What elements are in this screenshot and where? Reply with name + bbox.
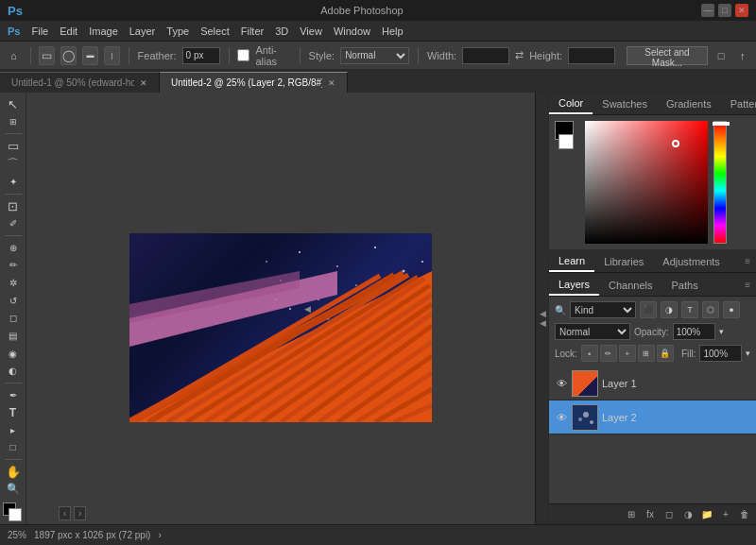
search-layer-icon[interactable]: 🔍 [555,305,566,315]
lock-all-btn[interactable]: 🔒 [657,345,674,362]
single-col-icon[interactable]: | [104,46,120,65]
opacity-value[interactable]: 100% [673,323,715,340]
hand-tool[interactable]: ✋ [3,464,24,480]
panel-collapse-strip[interactable]: ◀◀ [535,93,548,524]
path-select-tool[interactable]: ▸ [3,422,24,438]
fill-arrow-icon[interactable]: ▾ [746,349,750,358]
tab-swatches[interactable]: Swatches [593,93,657,114]
tab-untitled2[interactable]: Untitled-2 @ 25% (Layer 2, RGB/8#) * ✕ [160,72,348,93]
crop-tool[interactable]: ⊡ [3,198,24,214]
status-arrow[interactable]: › [158,530,161,540]
opacity-arrow-icon[interactable]: ▾ [719,327,724,336]
style-select[interactable]: Normal Fixed Ratio Fixed Size [340,47,409,64]
panel-collapse-icon[interactable]: ◀ [302,304,312,314]
canvas-area[interactable]: ◀ [26,93,535,524]
menu-type[interactable]: Type [166,26,189,37]
minimize-button[interactable]: — [701,4,714,17]
menu-window[interactable]: Window [334,26,370,37]
lock-paint-btn[interactable]: ✏ [600,345,617,362]
spot-heal-tool[interactable]: ⊕ [3,240,24,256]
marquee-tool[interactable]: ▭ [3,138,24,154]
tab2-close[interactable]: ✕ [328,78,335,88]
filter-smart-icon[interactable]: ● [723,301,740,318]
menu-select[interactable]: Select [200,26,230,37]
lock-move-btn[interactable]: ⊞ [638,345,655,362]
rect-marquee-icon[interactable]: ▭ [39,46,55,65]
height-input[interactable] [568,47,615,64]
nav-right-arrow[interactable]: › [74,506,86,520]
layer-group-icon[interactable]: 📁 [699,507,714,522]
feather-input[interactable] [182,47,220,64]
hue-strip[interactable] [713,121,727,244]
menu-3d[interactable]: 3D [275,26,288,37]
filter-type-icon[interactable]: T [681,301,698,318]
menu-image[interactable]: Image [89,26,118,37]
lasso-tool[interactable]: ⌒ [3,156,24,173]
filter-shape-icon[interactable]: ⬡ [702,301,719,318]
tab-adjustments[interactable]: Adjustments [653,250,730,272]
close-button[interactable]: ✕ [735,4,748,17]
gradient-tool[interactable]: ▤ [3,328,24,344]
color-gradient-picker[interactable] [585,121,708,244]
menu-view[interactable]: View [300,26,322,37]
fill-value[interactable]: 100% [699,345,742,362]
menu-ps[interactable]: Ps [8,26,20,37]
antialias-checkbox[interactable] [237,49,249,61]
layer-adjustment-icon[interactable]: ◑ [680,507,696,522]
background-swatch[interactable] [558,134,574,149]
tab-channels[interactable]: Channels [599,274,662,296]
menu-edit[interactable]: Edit [60,26,77,37]
layer-item-1[interactable]: 👁 Layer 1 [549,366,756,400]
shape-tool[interactable]: □ [3,440,24,456]
layer-fx-icon[interactable]: fx [643,507,658,522]
lock-artboard-btn[interactable]: + [619,345,636,362]
tab-untitled1[interactable]: Untitled-1 @ 50% (edward-howell-i... ✕ [0,72,160,93]
tab-libraries[interactable]: Libraries [594,250,653,272]
tab-layers[interactable]: Layers [549,274,599,296]
type-tool[interactable]: T [3,404,24,420]
tab-color[interactable]: Color [549,93,593,114]
secondary-panel-menu-icon[interactable]: ≡ [739,256,756,266]
collapse-panel-icon[interactable]: ◀◀ [538,309,547,328]
share-icon[interactable]: ↑ [734,46,750,65]
brush-tool[interactable]: ✏ [3,258,24,274]
gradient-cursor[interactable] [672,140,679,147]
single-row-icon[interactable]: ▬ [82,46,98,65]
background-color[interactable] [9,508,22,521]
layer-new-icon[interactable]: + [718,507,733,522]
kind-filter-select[interactable]: Kind [570,301,636,318]
maximize-button[interactable]: □ [718,4,731,17]
magic-wand-tool[interactable]: ✦ [3,175,24,191]
tab-patterns[interactable]: Patterns [721,93,756,114]
zoom-tool[interactable]: 🔍 [3,482,24,498]
menu-help[interactable]: Help [382,26,404,37]
tab-paths[interactable]: Paths [662,274,708,296]
mask-options-icon[interactable]: □ [713,46,730,65]
nav-left-arrow[interactable]: ‹ [59,506,71,520]
tab-learn[interactable]: Learn [549,250,594,272]
layer-item-2[interactable]: 👁 Layer 2 [549,400,756,434]
menu-layer[interactable]: Layer [129,26,156,37]
width-input[interactable] [462,47,509,64]
artboard-tool[interactable]: ⊞ [3,114,24,130]
ellipse-marquee-icon[interactable]: ◯ [60,46,77,65]
eyedropper-tool[interactable]: ✐ [3,216,24,232]
move-tool[interactable]: ↖ [3,96,24,112]
layer-link-icon[interactable]: ⊞ [624,507,639,522]
filter-pixel-icon[interactable]: ⬛ [640,301,657,318]
menu-file[interactable]: File [31,26,48,37]
filter-adj-icon[interactable]: ◑ [661,301,678,318]
layer-delete-icon[interactable]: 🗑 [737,507,752,522]
layers-panel-menu-icon[interactable]: ≡ [739,280,756,290]
pen-tool[interactable]: ✒ [3,387,24,403]
tab-gradients[interactable]: Gradients [657,93,721,114]
swap-icon[interactable]: ⇄ [515,49,524,61]
menu-filter[interactable]: Filter [241,26,264,37]
layer1-visibility-icon[interactable]: 👁 [555,377,568,390]
blur-tool[interactable]: ◉ [3,346,24,362]
layer-mask-icon[interactable]: ◻ [662,507,677,522]
blend-mode-select[interactable]: Normal [555,323,630,340]
clone-stamp-tool[interactable]: ✲ [3,275,24,291]
lock-transparent-btn[interactable]: ▪ [581,345,598,362]
tab1-close[interactable]: ✕ [140,78,147,88]
